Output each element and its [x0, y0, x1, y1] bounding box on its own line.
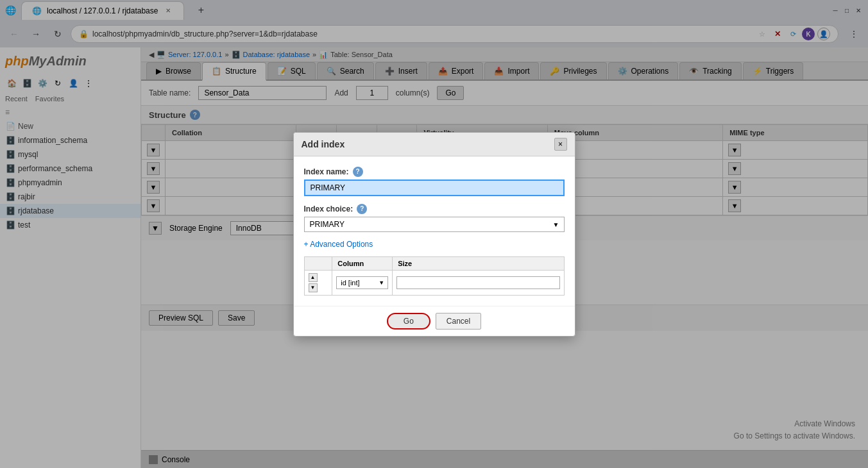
- columns-table-row: ▲ ▼ id [int]: [304, 270, 564, 295]
- index-name-row: Index name: ?: [304, 167, 565, 196]
- sort-down-button[interactable]: ▼: [309, 283, 318, 292]
- column-select-cell: id [int]: [332, 270, 393, 295]
- sort-cell: ▲ ▼: [304, 270, 332, 295]
- sort-arrows: ▲ ▼: [309, 273, 328, 292]
- advanced-options-link[interactable]: + Advanced Options: [304, 240, 373, 249]
- advanced-options-row: + Advanced Options: [304, 240, 565, 249]
- sort-up-button[interactable]: ▲: [309, 273, 318, 282]
- index-choice-select[interactable]: PRIMARY UNIQUE INDEX FULLTEXT SPATIAL: [304, 217, 565, 232]
- column-header: Column: [332, 256, 393, 270]
- index-choice-label: Index choice: ?: [304, 204, 565, 214]
- modal-cancel-button[interactable]: Cancel: [436, 313, 481, 330]
- index-name-label: Index name: ?: [304, 167, 565, 177]
- index-name-input[interactable]: [304, 180, 565, 196]
- modal-header: Add index ×: [294, 133, 575, 156]
- col-col-header: [304, 256, 332, 270]
- size-cell: [393, 270, 564, 295]
- size-input[interactable]: [396, 276, 559, 289]
- modal-body: Index name: ? Index choice: ? PRIMARY UN…: [294, 156, 575, 306]
- index-choice-select-wrapper: PRIMARY UNIQUE INDEX FULLTEXT SPATIAL: [304, 217, 565, 232]
- modal-close-button[interactable]: ×: [554, 138, 567, 151]
- column-select-wrapper: id [int]: [336, 276, 388, 289]
- modal-overlay: Add index × Index name: ? Index choice: …: [0, 0, 868, 468]
- index-choice-help-icon[interactable]: ?: [357, 204, 367, 214]
- modal-title: Add index: [302, 139, 345, 149]
- add-index-modal: Add index × Index name: ? Index choice: …: [293, 132, 575, 337]
- size-header: Size: [393, 256, 564, 270]
- column-select[interactable]: id [int]: [336, 276, 388, 289]
- columns-table: Column Size ▲ ▼: [304, 256, 565, 296]
- modal-go-button[interactable]: Go: [387, 313, 430, 330]
- index-choice-row: Index choice: ? PRIMARY UNIQUE INDEX FUL…: [304, 204, 565, 232]
- modal-footer: Go Cancel: [294, 306, 575, 336]
- index-name-help-icon[interactable]: ?: [353, 167, 363, 177]
